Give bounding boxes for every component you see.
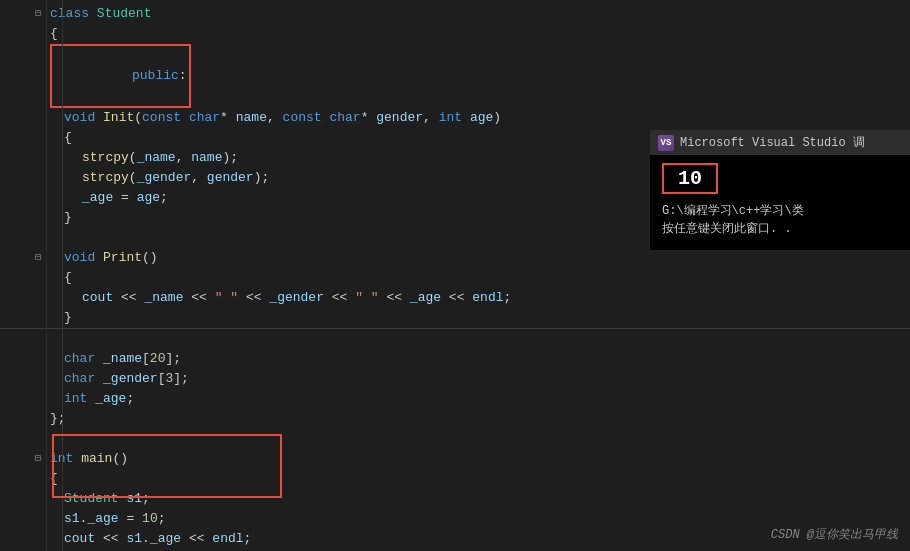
line-2: { [0,24,910,44]
line-num-13 [0,288,30,308]
line-22: { [0,469,910,489]
csdn-watermark: CSDN @逗你笑出马甲线 [771,526,898,543]
line-content-2: { [46,24,910,44]
vs-title-bar: VS Microsoft Visual Studio 调 [650,130,910,155]
line-content-13: cout << _name << " " << _gender << " " <… [46,288,910,308]
output-value-box: 10 [662,163,718,194]
line-num-5 [0,128,30,148]
line-content-23: Student s1; [46,489,910,509]
fold-10 [30,228,46,248]
line-21: ⊟ int main() [0,449,910,469]
line-num-3 [0,44,30,108]
line-content-17: char _gender[3]; [46,369,910,389]
line-num-17 [0,369,30,389]
line-14: } [0,308,910,329]
code-editor: ⊟ class Student { public: [0,0,910,551]
fold-4 [30,108,46,128]
fold-24 [30,509,46,529]
line-num-9 [0,208,30,228]
line-num-21 [0,449,30,469]
vs-title-text: Microsoft Visual Studio 调 [680,134,865,151]
fold-7 [30,168,46,188]
line-content-22: { [46,469,910,489]
line-1: ⊟ class Student [0,4,910,24]
line-content-1: class Student [46,4,910,24]
line-num-22 [0,469,30,489]
code-lines: ⊟ class Student { public: [0,0,910,549]
line-num-4 [0,108,30,128]
fold-8 [30,188,46,208]
fold-19 [30,409,46,429]
line-content-3: public: [46,44,910,108]
fold-23 [30,489,46,509]
line-num-18 [0,389,30,409]
fold-11[interactable]: ⊟ [30,248,46,268]
line-11: ⊟ void Print() [0,248,910,268]
line-16: char _name[20]; [0,349,910,369]
fold-2 [30,24,46,44]
vs-icon: VS [658,135,674,151]
fold-22 [30,469,46,489]
fold-6 [30,148,46,168]
line-num-11 [0,248,30,268]
line-content-21: int main() [46,449,910,469]
vs-content: 10 G:\编程学习\c++学习\类 按任意键关闭此窗口. . [650,155,910,250]
line-num-19 [0,409,30,429]
line-content-20 [46,429,910,449]
line-18: int _age; [0,389,910,409]
fold-16 [30,349,46,369]
line-num-24 [0,509,30,529]
line-num-15 [0,329,30,349]
class-name: Student [97,4,152,24]
fold-17 [30,369,46,389]
fold-5 [30,128,46,148]
line-17: char _gender[3]; [0,369,910,389]
vs-hint: 按任意键关闭此窗口. . [662,220,898,238]
line-num-12 [0,268,30,288]
line-content-19: }; [46,409,910,429]
public-keyword-highlight: public: [50,44,191,108]
vs-popup: VS Microsoft Visual Studio 调 10 G:\编程学习\… [650,130,910,250]
keyword-class: class [50,4,89,24]
fold-25 [30,529,46,549]
line-num-20 [0,429,30,449]
line-content-12: { [46,268,910,288]
line-num-6 [0,148,30,168]
output-value: 10 [678,167,702,190]
line-23: Student s1; [0,489,910,509]
fold-12 [30,268,46,288]
fold-20 [30,429,46,449]
line-20 [0,429,910,449]
line-content-16: char _name[20]; [46,349,910,369]
line-19: }; [0,409,910,429]
fold-14 [30,308,46,328]
line-content-15 [46,329,910,349]
line-num-2 [0,24,30,44]
line-num-7 [0,168,30,188]
line-num-16 [0,349,30,369]
line-15 [0,329,910,349]
fold-15 [30,329,46,349]
line-content-4: void Init(const char* name, const char* … [46,108,910,128]
line-num-23 [0,489,30,509]
fold-3 [30,44,46,108]
line-content-11: void Print() [46,248,910,268]
line-num-1 [0,4,30,24]
line-4: void Init(const char* name, const char* … [0,108,910,128]
fold-21[interactable]: ⊟ [30,449,46,469]
fold-1[interactable]: ⊟ [30,4,46,24]
line-13: cout << _name << " " << _gender << " " <… [0,288,910,308]
fold-13 [30,288,46,308]
vs-path: G:\编程学习\c++学习\类 [662,202,898,220]
line-num-14 [0,308,30,328]
line-num-10 [0,228,30,248]
line-content-18: int _age; [46,389,910,409]
line-num-25 [0,529,30,549]
fold-9 [30,208,46,228]
line-3: public: [0,44,910,108]
fold-18 [30,389,46,409]
line-num-8 [0,188,30,208]
line-content-14: } [46,308,910,328]
line-12: { [0,268,910,288]
